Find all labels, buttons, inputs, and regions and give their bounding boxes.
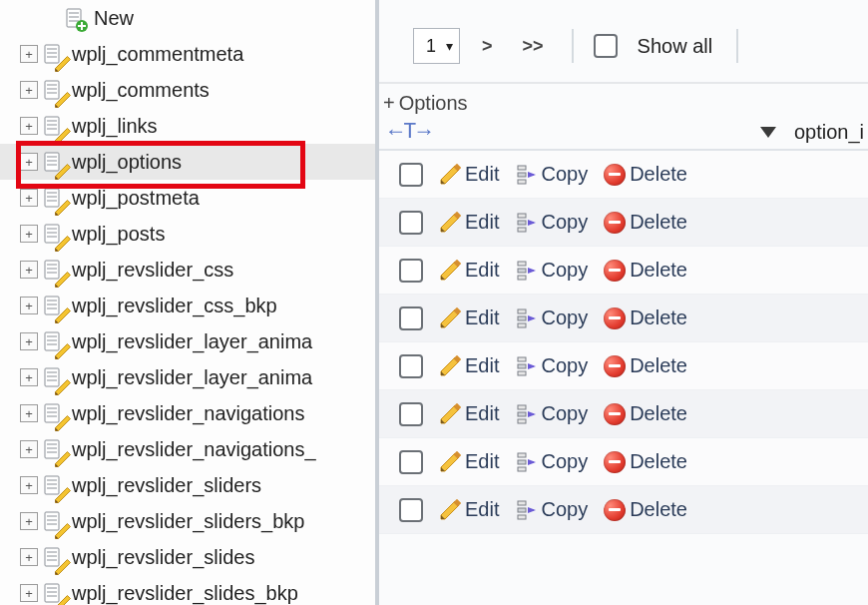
pager-last-button[interactable]: >> [515,36,552,57]
results-panel: 1 ▾ > >> Show all + Options ←T→ option_i… [379,0,868,605]
expand-icon[interactable]: + [20,404,38,422]
plus-badge-icon [76,20,88,32]
svg-rect-158 [518,460,526,464]
toolbar-divider [736,29,738,63]
expand-icon[interactable]: + [20,117,38,135]
svg-rect-167 [518,515,526,519]
expand-icon[interactable]: + [20,548,38,566]
tree-item-table[interactable]: + wplj_revslider_layer_anima [0,323,375,359]
expand-icon[interactable]: + [20,45,38,63]
expand-icon[interactable]: + [20,476,38,494]
copy-label: Copy [541,211,588,234]
delete-button[interactable]: Delete [604,450,687,473]
tree-item-table[interactable]: + wplj_links [0,108,375,144]
row-checkbox[interactable] [399,498,423,522]
copy-button[interactable]: Copy [515,306,588,329]
tree-item-table[interactable]: + wplj_revslider_sliders [0,467,375,503]
tree-item-table[interactable]: + wplj_revslider_navigations [0,395,375,431]
copy-button[interactable]: Copy [515,498,588,521]
pager-next-button[interactable]: > [474,36,501,57]
tree-item-new[interactable]: New [0,0,375,36]
copy-button[interactable]: Copy [515,402,588,425]
tree-item-table[interactable]: + wplj_comments [0,72,375,108]
edit-button[interactable]: Edit [439,354,499,377]
tree-item-table[interactable]: + wplj_revslider_slides [0,539,375,575]
expand-icon[interactable]: + [20,440,38,458]
row-checkbox[interactable] [399,163,423,187]
edit-label: Edit [465,163,499,186]
expand-icon[interactable]: + [20,261,38,279]
pencil-icon [439,355,461,377]
svg-marker-38 [56,237,71,252]
expand-icon[interactable]: + [20,189,38,207]
copy-button[interactable]: Copy [515,450,588,473]
tree-item-table[interactable]: + wplj_revslider_slides_bkp [0,575,375,605]
edit-label: Edit [465,306,499,329]
tree-item-table[interactable]: + wplj_postmeta [0,180,375,216]
edit-button[interactable]: Edit [439,259,499,282]
delete-button[interactable]: Delete [604,211,687,234]
expand-icon[interactable]: + [20,512,38,530]
svg-marker-74 [56,452,71,467]
tree-item-table[interactable]: + wplj_revslider_navigations_ [0,431,375,467]
copy-label: Copy [541,259,588,282]
edit-button[interactable]: Edit [439,498,499,521]
expand-icon[interactable]: + [20,225,38,243]
expand-icon[interactable]: + [20,153,38,171]
svg-marker-68 [56,416,71,431]
delete-minus-icon [604,164,626,186]
svg-rect-133 [518,309,526,313]
row-checkbox[interactable] [399,354,423,378]
edit-button[interactable]: Edit [439,163,499,186]
expand-icon[interactable]: + [20,81,38,99]
column-width-control-icon[interactable]: ←T→ [389,120,432,145]
pencil-overlay-icon [54,413,66,425]
edit-button[interactable]: Edit [439,450,499,473]
tree-item-table[interactable]: + wplj_revslider_css_bkp [0,288,375,323]
copy-button[interactable]: Copy [515,259,588,282]
table-sheet-icon [44,224,62,244]
svg-rect-143 [518,371,526,375]
tree-item-table[interactable]: + wplj_revslider_css [0,252,375,288]
delete-button[interactable]: Delete [604,306,687,329]
expand-icon[interactable]: + [20,297,38,314]
edit-button[interactable]: Edit [439,402,499,425]
row-checkbox[interactable] [399,259,423,283]
tree-item-table[interactable]: + wplj_revslider_layer_anima [0,359,375,395]
row-checkbox[interactable] [399,306,423,330]
copy-button[interactable]: Copy [515,354,588,377]
expand-icon[interactable]: + [20,368,38,386]
copy-button[interactable]: Copy [515,163,588,186]
sort-desc-icon[interactable] [760,127,776,138]
row-checkbox[interactable] [399,211,423,235]
page-select[interactable]: 1 ▾ [413,28,460,64]
expand-icon[interactable]: + [20,332,38,350]
tree-item-table[interactable]: + wplj_revslider_sliders_bkp [0,503,375,539]
delete-button[interactable]: Delete [604,163,687,186]
delete-minus-icon [604,212,626,234]
options-toggle[interactable]: + Options [379,84,868,115]
edit-button[interactable]: Edit [439,306,499,329]
row-checkbox[interactable] [399,402,423,426]
edit-button[interactable]: Edit [439,211,499,234]
expand-icon[interactable]: + [20,584,38,602]
delete-button[interactable]: Delete [604,354,687,377]
tree-item-table[interactable]: + wplj_options [0,144,375,180]
delete-button[interactable]: Delete [604,498,687,521]
delete-button[interactable]: Delete [604,259,687,282]
copy-button[interactable]: Copy [515,211,588,234]
table-row: Edit CopyDelete [379,342,868,390]
row-checkbox[interactable] [399,450,423,474]
delete-minus-icon [604,307,626,329]
svg-rect-159 [518,467,526,471]
delete-button[interactable]: Delete [604,402,687,425]
tree-item-label: New [94,7,134,30]
showall-checkbox[interactable] [594,34,618,58]
pencil-overlay-icon [54,126,66,138]
svg-marker-80 [56,488,71,503]
edit-label: Edit [465,259,499,282]
tree-item-table[interactable]: + wplj_posts [0,216,375,252]
column-header-option-id[interactable]: option_i [794,121,864,144]
tree-item-table[interactable]: + wplj_commentmeta [0,36,375,72]
insert-row-icon [515,164,537,186]
